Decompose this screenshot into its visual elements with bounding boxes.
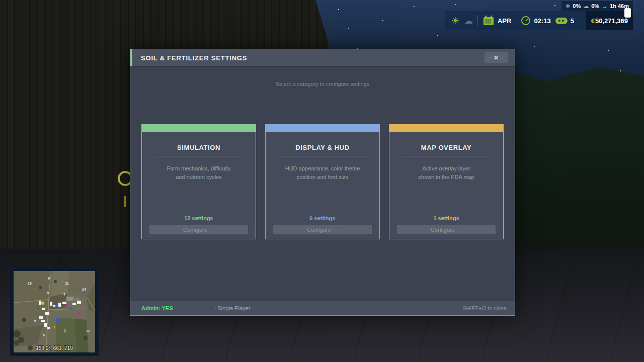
- field-number-label: 8: [47, 291, 49, 295]
- close-icon: ✕: [494, 54, 499, 61]
- field-number-label: 14: [82, 288, 86, 291]
- category-card-map-overlay[interactable]: MAP OVERLAY Active overlay layer shown i…: [389, 124, 504, 239]
- category-card-simulation[interactable]: SIMULATION Farm mechanics, difficulty an…: [141, 124, 256, 239]
- dialog-title: SOIL & FERTILIZER SETTINGS: [141, 54, 247, 62]
- dialog-header: SOIL & FERTILIZER SETTINGS ‹ ✕ ›: [130, 49, 515, 67]
- card-description-line: HUD appearance, color theme: [285, 164, 360, 173]
- clock-icon: [521, 16, 531, 26]
- card-description-line: Active overlay layer: [418, 164, 474, 173]
- marker-post: [124, 196, 126, 207]
- card-description: HUD appearance, color theme position and…: [285, 164, 360, 182]
- date-display: APR: [482, 15, 511, 26]
- wind-percent: 0%: [573, 3, 581, 9]
- sun-icon: ☀: [451, 16, 460, 26]
- field-number-label: 9: [48, 277, 50, 280]
- building-marker: [66, 297, 73, 301]
- card-description-line: and nutrient cycles: [167, 173, 231, 182]
- time-scale-display: 5: [555, 17, 574, 25]
- settings-count: 1 settings: [433, 215, 459, 221]
- admin-status: Admin: YES: [141, 305, 173, 311]
- configure-button-simulation[interactable]: Configure →: [149, 225, 248, 234]
- month-label: APR: [498, 17, 511, 25]
- field-number-label: 2: [64, 329, 66, 332]
- field-number-label: 10: [28, 282, 32, 285]
- calendar-icon: [482, 15, 495, 26]
- yellow-marker: [41, 302, 44, 305]
- dialog-subtitle: Select a category to configure settings: [130, 81, 515, 87]
- settings-count: 12 settings: [184, 215, 213, 221]
- field-number-label: 11: [65, 282, 69, 285]
- arrow-icon: →: [602, 3, 607, 9]
- divider: [516, 15, 516, 26]
- configure-button-map-overlay[interactable]: Configure →: [397, 225, 496, 234]
- card-description-line: position and font size: [285, 173, 360, 182]
- time-scale-icon: [555, 18, 568, 24]
- wind-icon: ✻: [566, 3, 570, 10]
- minimap-canvas: 9 10 11 14 8 7 5 6 12 1 2 159.0°, 661, 7…: [10, 267, 99, 356]
- dialog-footer: Admin: YES · Single Player SHIFT+O to cl…: [130, 301, 515, 315]
- field-number-label: 12: [86, 329, 90, 333]
- minimap: 9 10 11 14 8 7 5 6 12 1 2 159.0°, 661, 7…: [10, 267, 99, 356]
- close-shortcut-hint: SHIFT+O to close: [462, 305, 507, 311]
- magenta-marker: [78, 312, 81, 315]
- mouse-cursor: [624, 8, 631, 18]
- close-button[interactable]: ‹ ✕ ›: [485, 52, 508, 63]
- time-display: 02:13: [521, 16, 550, 26]
- card-description-line: shown in the PDA map: [418, 173, 474, 182]
- card-title: SIMULATION: [177, 144, 220, 151]
- configure-button-display-hud[interactable]: Configure →: [273, 225, 372, 234]
- settings-count: 6 settings: [309, 215, 335, 221]
- time-scale-value: 5: [571, 17, 574, 25]
- field-number-label: 1: [53, 325, 55, 329]
- weather-forecast-strip: ✻ 0% ☁ 0% → 1h 46m: [561, 1, 633, 11]
- category-cards: SIMULATION Farm mechanics, difficulty an…: [130, 124, 515, 239]
- soil-fertilizer-settings-dialog: SOIL & FERTILIZER SETTINGS ‹ ✕ › Select …: [130, 49, 515, 316]
- card-description: Active overlay layer shown in the PDA ma…: [418, 164, 474, 182]
- rain-cloud-icon: ☁: [583, 3, 589, 10]
- divider: [402, 156, 491, 156]
- close-hint-right: ›: [501, 55, 503, 61]
- dialog-body: Select a category to configure settings …: [130, 67, 515, 301]
- field-number-label: 6: [43, 333, 45, 337]
- currency-symbol: €: [591, 17, 595, 25]
- cloud-icon: ☁: [464, 17, 473, 25]
- card-accent-bar: [266, 125, 379, 132]
- card-title: MAP OVERLAY: [421, 144, 472, 151]
- category-card-display-hud[interactable]: DISPLAY & HUD HUD appearance, color them…: [265, 124, 380, 239]
- game-mode-label: · Single Player: [214, 305, 251, 311]
- rain-percent: 0%: [591, 3, 599, 9]
- game-hud-bar: ☀ ☁ APR 02:13 5 € 50,271,369: [445, 11, 633, 30]
- player-coordinates: 159.0°, 661, 710: [36, 345, 73, 351]
- card-title: DISPLAY & HUD: [295, 144, 350, 151]
- divider: [154, 156, 243, 156]
- field-number-label: 5: [34, 319, 36, 323]
- divider: [278, 156, 367, 156]
- close-hint-left: ‹: [490, 55, 491, 61]
- blue-marker: [55, 305, 58, 307]
- card-description-line: Farm mechanics, difficulty: [167, 164, 231, 173]
- time-value: 02:13: [534, 17, 550, 25]
- card-description: Farm mechanics, difficulty and nutrient …: [167, 164, 231, 182]
- card-accent-bar: [142, 125, 256, 132]
- money-amount: 50,271,369: [595, 17, 628, 25]
- field-number-label: 7: [63, 293, 65, 296]
- card-accent-bar: [389, 125, 503, 132]
- divider: [477, 15, 478, 26]
- teal-marker: [37, 307, 39, 310]
